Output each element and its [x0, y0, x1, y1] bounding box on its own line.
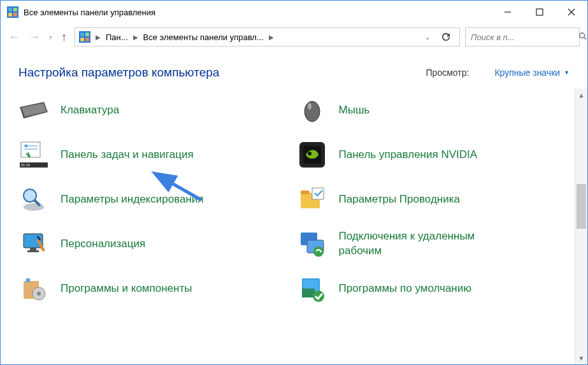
control-panel-app-icon [7, 6, 18, 18]
cp-item-nvidia[interactable]: Панель управления NVIDIA [297, 140, 556, 170]
nvidia-icon [297, 140, 327, 170]
svg-rect-10 [80, 32, 84, 36]
cp-item-keyboard[interactable]: Клавиатура [18, 95, 278, 125]
header-row: Настройка параметров компьютера Просмотр… [1, 50, 587, 89]
svg-rect-51 [302, 289, 315, 297]
svg-rect-27 [26, 164, 30, 166]
svg-rect-24 [25, 145, 27, 147]
breadcrumb-chevron-icon[interactable]: ▶ [94, 34, 102, 41]
svg-rect-11 [85, 32, 89, 36]
address-bar[interactable]: ▶ Пан... ▶ Все элементы панели управл...… [75, 27, 460, 47]
cp-item-label: Панель управления NVIDIA [339, 148, 478, 162]
search-box[interactable] [465, 27, 580, 47]
back-button[interactable]: ← [8, 31, 20, 44]
cp-item-taskbar-navigation[interactable]: Панель задач и навигация [18, 140, 278, 170]
svg-rect-3 [8, 13, 12, 17]
cp-item-default-programs[interactable]: Программы по умолчанию [297, 273, 556, 304]
cp-item-label: Персонализация [61, 237, 145, 252]
chevron-down-icon: ▼ [564, 69, 570, 76]
view-label: Просмотр: [426, 68, 470, 78]
cp-item-label: Клавиатура [61, 103, 119, 118]
personalization-icon [18, 229, 49, 259]
recent-locations-dropdown[interactable]: ▾ [49, 34, 52, 41]
svg-point-14 [580, 32, 585, 38]
remote-desktop-icon [297, 229, 327, 259]
scrollbar-thumb[interactable] [577, 184, 586, 229]
search-input[interactable] [471, 32, 578, 42]
keyboard-icon [18, 95, 49, 125]
window-controls [492, 1, 587, 24]
titlebar: Все элементы панели управления [1, 1, 587, 24]
svg-rect-26 [21, 164, 25, 166]
up-button[interactable]: ↑ [61, 31, 67, 44]
cp-item-mouse[interactable]: Мышь [297, 95, 556, 125]
view-value: Крупные значки [494, 68, 560, 78]
svg-point-47 [37, 292, 41, 296]
svg-rect-2 [13, 8, 17, 11]
page-title: Настройка параметров компьютера [18, 66, 219, 80]
breadcrumb-segment[interactable]: Пан... [106, 32, 128, 42]
indexing-icon [18, 184, 49, 215]
scroll-down-button[interactable]: ▼ [575, 352, 587, 364]
cp-item-label: Программы по умолчанию [339, 282, 472, 296]
cp-item-label: Программы и компоненты [61, 282, 192, 296]
cp-item-remote-desktop[interactable]: Подключения к удаленным рабочим [297, 229, 556, 259]
nav-toolbar: ← → ▾ ↑ ▶ Пан... ▶ Все элементы панели у… [1, 24, 587, 50]
svg-rect-6 [536, 9, 543, 15]
cp-item-personalization[interactable]: Персонализация [18, 229, 278, 259]
breadcrumb-segment[interactable]: Все элементы панели управл... [143, 32, 264, 42]
svg-rect-35 [301, 190, 310, 194]
svg-point-52 [313, 290, 324, 302]
explorer-options-icon [297, 184, 327, 215]
svg-rect-39 [30, 248, 36, 250]
svg-rect-1 [8, 8, 12, 11]
view-selector[interactable]: Крупные значки ▼ [494, 68, 570, 78]
breadcrumb-chevron-icon[interactable]: ▶ [268, 34, 275, 41]
cp-item-label: Мышь [339, 103, 370, 118]
window-title: Все элементы панели управления [24, 8, 492, 17]
svg-rect-36 [312, 188, 324, 199]
items-area: Клавиатура Мышь [1, 89, 587, 364]
cp-item-indexing-options[interactable]: Параметры индексирования [18, 184, 278, 215]
cp-item-label: Панель задач и навигация [61, 148, 194, 162]
default-programs-icon [297, 273, 327, 304]
cp-item-programs-features[interactable]: Программы и компоненты [18, 273, 278, 304]
svg-rect-40 [27, 250, 39, 252]
nav-arrows: ← → ▾ ↑ [8, 31, 67, 44]
svg-rect-4 [13, 13, 17, 17]
svg-point-31 [24, 203, 44, 211]
refresh-button[interactable] [436, 27, 455, 47]
taskbar-icon [18, 140, 49, 170]
cp-item-label: Подключения к удаленным рабочим [339, 229, 505, 259]
search-icon [578, 32, 587, 43]
svg-rect-48 [26, 278, 30, 282]
cp-item-label: Параметры индексирования [61, 192, 204, 207]
svg-rect-12 [80, 38, 84, 41]
svg-line-15 [584, 37, 587, 39]
minimize-button[interactable] [492, 1, 524, 24]
scroll-up-button[interactable]: ▲ [575, 89, 587, 101]
forward-button[interactable]: → [29, 31, 40, 44]
maximize-button[interactable] [524, 1, 556, 24]
svg-rect-13 [85, 38, 89, 41]
close-button[interactable] [556, 1, 587, 24]
mouse-icon [297, 95, 327, 125]
programs-features-icon [18, 273, 49, 304]
svg-rect-21 [21, 142, 40, 157]
cp-item-label: Параметры Проводника [339, 192, 460, 207]
cp-item-explorer-options[interactable]: Параметры Проводника [297, 184, 556, 215]
vertical-scrollbar[interactable]: ▲ ▼ [575, 89, 587, 364]
breadcrumb-chevron-icon[interactable]: ▶ [132, 34, 140, 41]
content-area: Настройка параметров компьютера Просмотр… [1, 50, 587, 364]
address-history-dropdown[interactable]: ⌄ [422, 34, 433, 41]
svg-point-20 [308, 103, 312, 110]
svg-point-30 [308, 152, 312, 155]
control-panel-icon [79, 31, 90, 43]
